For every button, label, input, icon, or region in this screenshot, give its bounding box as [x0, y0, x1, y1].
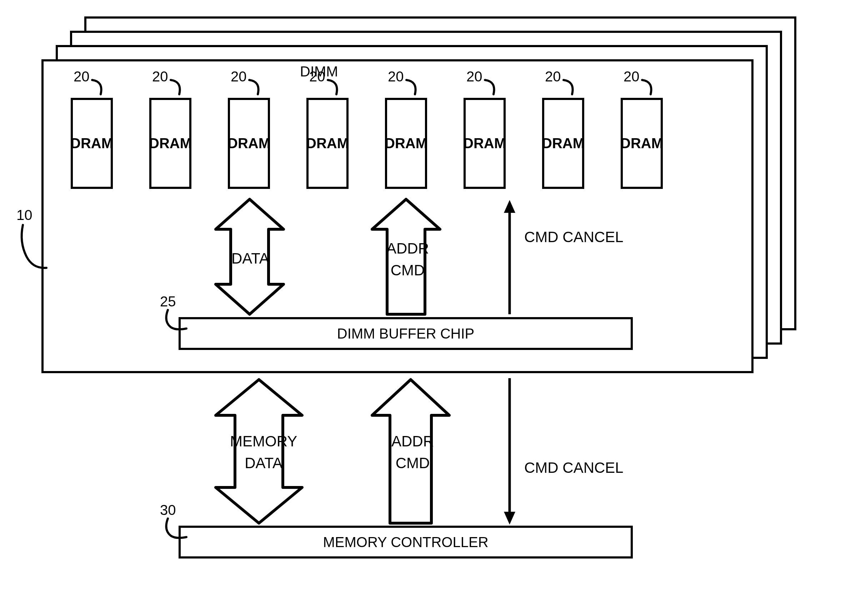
ref-20-6: 20	[545, 69, 561, 85]
svg-marker-3	[504, 512, 515, 525]
ref-20-2: 20	[231, 69, 247, 85]
hook-7	[641, 79, 653, 94]
dram-chip-7: DRAM	[621, 98, 663, 189]
dram-label: DRAM	[463, 135, 506, 151]
hook-4	[405, 79, 418, 94]
dram-chip-3: DRAM	[306, 98, 349, 189]
addr-cmd-label: ADDR CMD	[387, 238, 429, 282]
hook-1	[169, 79, 182, 94]
ref-25: 25	[160, 293, 176, 309]
addr-cmd-external-label: ADDR CMD	[391, 431, 434, 474]
hook-6	[562, 79, 575, 94]
ref-25-connector	[161, 309, 190, 331]
ref-20-1: 20	[152, 69, 168, 85]
ref-20-3: 20	[309, 69, 325, 85]
dram-label: DRAM	[620, 135, 663, 151]
dram-label: DRAM	[227, 135, 270, 151]
cmd-cancel-down-arrow	[503, 378, 517, 525]
dimm-buffer-chip: DIMM BUFFER CHIP	[179, 317, 633, 350]
hook-2	[248, 79, 261, 94]
dram-chip-4: DRAM	[385, 98, 427, 189]
dram-chip-2: DRAM	[228, 98, 270, 189]
dram-chip-6: DRAM	[542, 98, 584, 189]
ref-20-4: 20	[388, 69, 404, 85]
dram-label: DRAM	[385, 135, 428, 151]
dram-label: DRAM	[542, 135, 585, 151]
dram-label: DRAM	[149, 135, 192, 151]
ref-20-5: 20	[466, 69, 482, 85]
data-label: DATA	[231, 248, 269, 270]
ref-10: 10	[16, 207, 32, 223]
memory-data-label: MEMORY DATA	[230, 431, 297, 474]
dram-chip-1: DRAM	[149, 98, 191, 189]
dram-label: DRAM	[306, 135, 349, 151]
dram-chip-5: DRAM	[463, 98, 505, 189]
ref-20-0: 20	[73, 69, 89, 85]
ref-20-7: 20	[624, 69, 640, 85]
svg-marker-1	[504, 200, 515, 213]
dimm-buffer-chip-label: DIMM BUFFER CHIP	[337, 326, 474, 342]
cmd-cancel-label-internal: CMD CANCEL	[524, 226, 624, 248]
dram-label: DRAM	[70, 135, 113, 151]
ref-10-connector	[16, 224, 48, 271]
hook-5	[484, 79, 497, 94]
ref-30-connector	[161, 518, 190, 539]
memory-controller-label: MEMORY CONTROLLER	[323, 534, 488, 550]
cmd-cancel-up-arrow	[503, 200, 517, 314]
ref-30: 30	[160, 502, 176, 518]
dram-chip-0: DRAM	[71, 98, 113, 189]
memory-controller: MEMORY CONTROLLER	[179, 526, 633, 559]
hook-0	[91, 79, 104, 94]
hook-3	[327, 79, 339, 94]
cmd-cancel-label-external: CMD CANCEL	[524, 457, 624, 479]
